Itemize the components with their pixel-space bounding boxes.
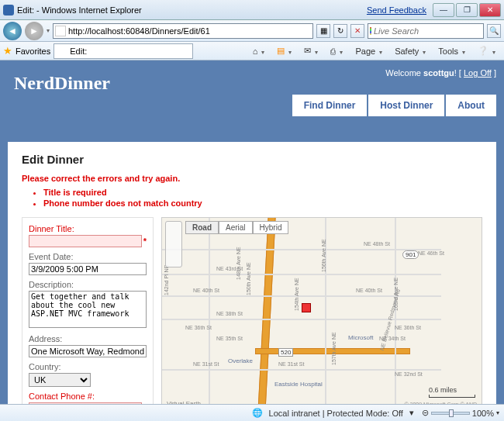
refresh-button[interactable]: ↻: [333, 24, 347, 38]
highway-shield: 520: [278, 348, 293, 357]
page-heading: Edit Dinner: [22, 153, 482, 166]
tab-about[interactable]: About: [446, 95, 496, 116]
map-mode-aerial[interactable]: Aerial: [219, 221, 253, 234]
error-asterisk: *: [143, 236, 147, 246]
street-label: 148th Ave NE: [236, 247, 241, 280]
address-input[interactable]: [29, 345, 147, 357]
help-button[interactable]: ❔: [472, 43, 501, 59]
street-label: NE 40th St: [356, 288, 382, 293]
ie-icon: [3, 5, 14, 16]
site-brand[interactable]: NerdDinner: [14, 73, 110, 94]
map-poi: Overlake: [228, 357, 253, 364]
zoom-slider[interactable]: [431, 412, 470, 415]
address-bar[interactable]: [53, 23, 313, 39]
maximize-button[interactable]: ❐: [456, 3, 478, 17]
validation-error: Phone number does not match country: [43, 198, 482, 208]
print-button[interactable]: ⎙: [325, 43, 348, 59]
country-select[interactable]: UK: [29, 373, 91, 387]
street-label: 150th Ave NE: [246, 262, 251, 295]
url-input[interactable]: [68, 26, 311, 36]
close-button[interactable]: ✕: [479, 3, 501, 17]
date-input[interactable]: [29, 263, 147, 275]
street-label: 142nd Pl NE: [164, 265, 169, 295]
street: [162, 274, 441, 275]
street-label: NE 36th St: [395, 325, 421, 330]
tab-host-dinner[interactable]: Host Dinner: [368, 95, 444, 116]
validation-error: Title is required: [43, 188, 482, 197]
globe-icon: 🌐: [252, 408, 263, 418]
nav-toolbar: ◄ ► ▾ ▦ ↻ ✕ 🔍: [0, 20, 504, 42]
page-icon: [55, 26, 66, 36]
home-button[interactable]: ⌂: [247, 43, 271, 59]
search-input[interactable]: [374, 26, 482, 36]
search-go-button[interactable]: 🔍: [487, 24, 501, 38]
zoom-out-icon[interactable]: ⊝: [422, 408, 429, 418]
chevron-down-icon[interactable]: ▾: [47, 27, 50, 34]
street-label: NE 31st St: [193, 361, 219, 367]
street-label: 157th Ave NE: [331, 332, 337, 365]
map-pan-control[interactable]: [165, 221, 182, 267]
feeds-button[interactable]: ▤: [271, 43, 297, 59]
validation-summary: Please correct the errors and try again.: [22, 174, 482, 183]
highway: [257, 217, 276, 404]
title-label: Dinner Title:: [29, 224, 147, 233]
tab-find-dinner[interactable]: Find Dinner: [292, 95, 368, 116]
virtual-earth-logo: Virtual Earth: [167, 400, 201, 404]
send-feedback-link[interactable]: Send Feedback: [367, 5, 426, 15]
map-poi: Eastside Hospital: [274, 381, 323, 388]
status-bar: 🌐 Local intranet | Protected Mode: Off ▾…: [0, 404, 504, 421]
zoom-level[interactable]: 100%: [472, 409, 494, 418]
tools-menu[interactable]: Tools: [433, 43, 471, 59]
street-label: NE 36th St: [185, 325, 212, 330]
back-button[interactable]: ◄: [3, 22, 22, 40]
map-mode-hybrid[interactable]: Hybrid: [253, 221, 289, 234]
street: [162, 319, 441, 320]
protected-mode-icon[interactable]: ▾: [409, 408, 414, 418]
map-mode-road[interactable]: Road: [185, 221, 219, 234]
description-input[interactable]: Get together and talk about the cool new…: [29, 291, 147, 328]
street-label: NE 32nd St: [395, 371, 423, 377]
country-label: Country:: [29, 362, 147, 371]
phone-input[interactable]: [29, 402, 142, 404]
safety-menu[interactable]: Safety: [389, 43, 431, 59]
mail-button[interactable]: ✉: [299, 43, 323, 59]
street: [162, 369, 441, 371]
page-menu[interactable]: Page: [350, 43, 388, 59]
favorites-label[interactable]: Favorites: [16, 47, 50, 56]
welcome-text: Welcome scottgu! [ Log Off ]: [385, 68, 496, 78]
street-label: NE 48th St: [364, 241, 390, 247]
map-scale: 0.6 miles: [429, 386, 475, 398]
tab-page-icon: [57, 47, 67, 56]
browser-tab[interactable]: Edit:: [54, 43, 193, 59]
map-poi: Microsoft: [348, 334, 373, 341]
favorites-bar: ★ Favorites Edit: ⌂ ▤ ✉ ⎙ Page Safety To…: [0, 42, 504, 60]
street-label: NE 38th St: [216, 311, 243, 316]
street: [162, 295, 441, 297]
logoff-link[interactable]: Log Off: [464, 68, 492, 78]
title-input[interactable]: [29, 235, 142, 247]
street-label: NE 31st St: [278, 361, 304, 367]
tab-title: Edit:: [70, 47, 87, 56]
favorites-star-icon[interactable]: ★: [3, 45, 12, 57]
validation-errors: Title is required Phone number does not …: [43, 188, 482, 208]
street: [209, 218, 210, 404]
dinner-form: Dinner Title: * Event Date: Description:…: [22, 217, 154, 404]
print-icon: ⎙: [330, 47, 336, 56]
street-label: NE 35th St: [216, 336, 243, 341]
map-copyright: © 2009 Microsoft Corp © AND: [404, 402, 477, 404]
stop-button[interactable]: ✕: [350, 24, 364, 38]
minimize-button[interactable]: —: [433, 3, 454, 17]
street-label: NE 40th St: [193, 288, 219, 293]
street-label: 156th Ave NE: [321, 239, 326, 272]
phone-label: Contact Phone #:: [29, 392, 147, 401]
description-label: Description:: [29, 280, 147, 289]
compat-view-button[interactable]: ▦: [316, 24, 330, 38]
street-label: 154th Ave NE: [294, 278, 299, 311]
chevron-down-icon[interactable]: ▾: [496, 409, 499, 416]
map[interactable]: Road Aerial Hybrid: [161, 217, 482, 404]
search-box[interactable]: [368, 23, 484, 39]
street: [162, 249, 441, 250]
address-label: Address:: [29, 334, 147, 343]
map-pushpin-icon[interactable]: [302, 303, 311, 312]
forward-button[interactable]: ►: [25, 22, 43, 40]
